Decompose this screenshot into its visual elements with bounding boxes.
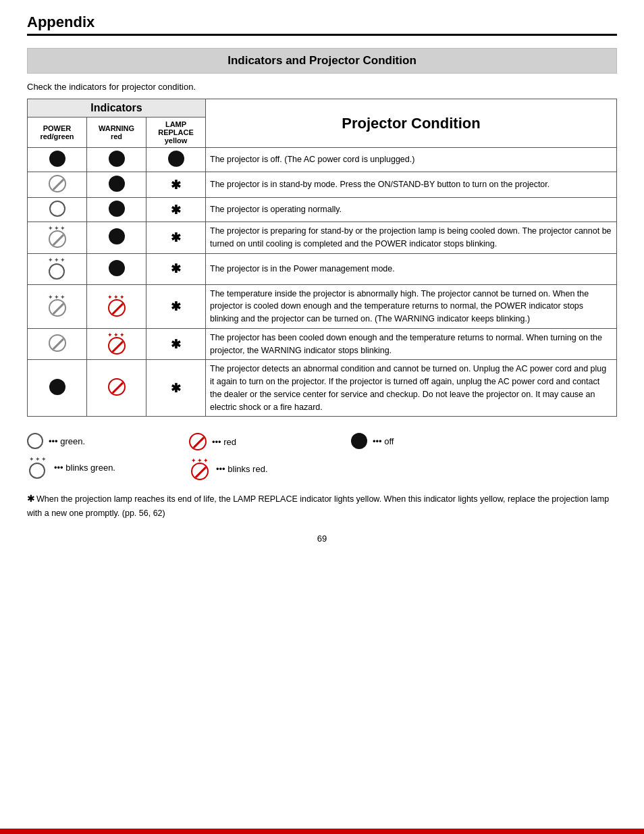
table-row: ✦✦✦✦✦✦✱The temperature inside the projec…	[28, 284, 617, 328]
legend-item-blink-green: ✦✦✦ ••• blinks green.	[27, 456, 162, 479]
table-row: ✦✦✦✱The projector has been cooled down e…	[28, 328, 617, 360]
legend-icon-slash-red	[189, 433, 207, 450]
lamp-icon-row-1: ✱	[146, 172, 206, 198]
warning-icon-row-5: ✦✦✦	[87, 284, 146, 328]
legend-text-blink-red: ••• blinks red.	[216, 464, 268, 474]
legend-text-off: ••• off	[373, 436, 394, 446]
check-text: Check the indicators for projector condi…	[27, 82, 617, 92]
legend-text-blink-green: ••• blinks green.	[54, 463, 115, 473]
section-title-bar: Indicators and Projector Condition	[27, 48, 617, 74]
legend-section: ••• green. ✦✦✦ ••• blinks green. ••• red…	[27, 433, 617, 480]
power-icon-row-4: ✦✦✦	[28, 253, 87, 284]
power-icon-row-6	[28, 328, 87, 360]
condition-text-row-7: The projector detects an abnormal condit…	[206, 360, 617, 417]
condition-text-row-2: The projector is operating normally.	[206, 198, 617, 222]
indicators-header: Indicators	[28, 99, 206, 118]
condition-text-row-3: The projector is preparing for stand-by …	[206, 222, 617, 254]
condition-text-row-0: The projector is off. (The AC power cord…	[206, 148, 617, 172]
table-row: ✱The projector is in stand-by mode. Pres…	[28, 172, 617, 198]
table-row: The projector is off. (The AC power cord…	[28, 148, 617, 172]
page-number: 69	[27, 533, 617, 544]
lamp-icon-row-7: ✱	[146, 360, 206, 417]
legend-item-blink-red: ✦✦✦ ••• blinks red.	[189, 457, 324, 480]
legend-icon-blink-circle	[29, 463, 45, 479]
power-icon-row-0	[28, 148, 87, 172]
blink-sparks-green: ✦✦✦	[29, 456, 47, 463]
power-icon-row-2	[28, 198, 87, 222]
legend-text-green: ••• green.	[49, 436, 85, 446]
col-lamp-header: LAMPREPLACEyellow	[146, 118, 206, 148]
legend-item-red: ••• red	[189, 433, 324, 450]
indicators-table: Indicators Projector Condition POWERred/…	[27, 99, 617, 417]
legend-text-red: ••• red	[212, 437, 236, 447]
legend-item-off: ••• off	[351, 433, 486, 449]
power-icon-row-5: ✦✦✦	[28, 284, 87, 328]
legend-icon-circle-empty	[27, 433, 43, 449]
warning-icon-row-4	[87, 253, 146, 284]
table-row: ✱The projector is operating normally.	[28, 198, 617, 222]
table-row: ✦✦✦✱The projector is in the Power manage…	[28, 253, 617, 284]
lamp-icon-row-5: ✱	[146, 284, 206, 328]
lamp-icon-row-0	[146, 148, 206, 172]
warning-icon-row-0	[87, 148, 146, 172]
page-header: Appendix	[27, 14, 617, 36]
legend-icon-blink-slash-red	[191, 463, 209, 480]
lamp-icon-row-2: ✱	[146, 198, 206, 222]
projector-condition-header: Projector Condition	[206, 99, 617, 148]
warning-icon-row-3	[87, 222, 146, 254]
red-bar	[0, 829, 644, 834]
footnote-text: When the projection lamp reaches its end…	[27, 494, 609, 517]
condition-text-row-1: The projector is in stand-by mode. Press…	[206, 172, 617, 198]
page-title: Appendix	[27, 14, 617, 31]
condition-text-row-5: The temperature inside the projector is …	[206, 284, 617, 328]
warning-icon-row-6: ✦✦✦	[87, 328, 146, 360]
col-power-header: POWERred/green	[28, 118, 87, 148]
warning-icon-row-1	[87, 172, 146, 198]
condition-text-row-4: The projector is in the Power management…	[206, 253, 617, 284]
table-row: ✱The projector detects an abnormal condi…	[28, 360, 617, 417]
table-row: ✦✦✦✱The projector is preparing for stand…	[28, 222, 617, 254]
lamp-icon-row-3: ✱	[146, 222, 206, 254]
power-icon-row-1	[28, 172, 87, 198]
lamp-icon-row-4: ✱	[146, 253, 206, 284]
power-icon-row-3: ✦✦✦	[28, 222, 87, 254]
power-icon-row-7	[28, 360, 87, 417]
condition-text-row-6: The projector has been cooled down enoug…	[206, 328, 617, 360]
warning-icon-row-2	[87, 198, 146, 222]
legend-icon-off	[351, 433, 367, 449]
legend-item-green: ••• green.	[27, 433, 162, 449]
footnote: ✱When the projection lamp reaches its en…	[27, 491, 617, 519]
col-warning-header: WARNINGred	[87, 118, 146, 148]
lamp-icon-row-6: ✱	[146, 328, 206, 360]
warning-icon-row-7	[87, 360, 146, 417]
section-title: Indicators and Projector Condition	[227, 54, 417, 67]
footnote-asterisk: ✱	[27, 493, 35, 504]
